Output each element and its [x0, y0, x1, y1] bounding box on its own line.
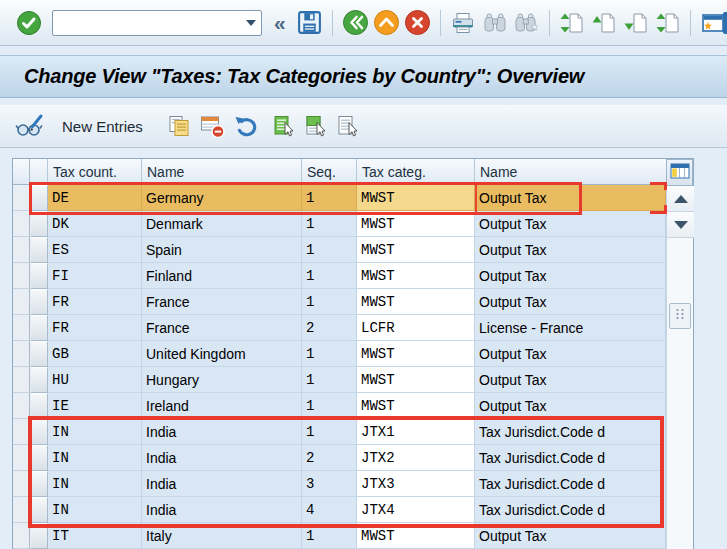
collapse-icon[interactable]: «: [274, 13, 286, 33]
cell-sequence: 1: [302, 237, 357, 263]
cell-tax-category-input[interactable]: MWST: [357, 263, 475, 289]
cell-sequence: 2: [302, 445, 357, 471]
cell-tax-category-input[interactable]: MWST: [357, 237, 475, 263]
margin-cell: [13, 445, 30, 471]
new-session-icon[interactable]: [700, 10, 726, 36]
cell-tax-category-input[interactable]: JTX1: [357, 419, 475, 445]
table-row: GBUnited Kingdom1MWSTOutput Tax: [30, 341, 666, 367]
cell-category-name: Output Tax: [475, 367, 666, 393]
cell-tax-category-input[interactable]: MWST: [357, 211, 475, 237]
row-selector-button[interactable]: [30, 237, 48, 263]
cell-category-name: Output Tax: [475, 263, 666, 289]
cell-tax-category-input[interactable]: JTX2: [357, 445, 475, 471]
cell-country-name: Germany: [142, 185, 302, 211]
deselect-all-icon[interactable]: [335, 114, 359, 138]
row-selector-button[interactable]: [30, 445, 48, 471]
table-row: INIndia2JTX2Tax Jurisdict.Code d: [30, 445, 666, 471]
cell-tax-country: IN: [48, 497, 142, 523]
scrollbar-up-button[interactable]: [667, 186, 694, 212]
select-all-rows-header[interactable]: [30, 159, 48, 184]
cell-tax-category-input[interactable]: MWST: [357, 185, 475, 211]
cell-category-name: License - France: [475, 315, 666, 341]
cell-tax-category-input[interactable]: MWST: [357, 393, 475, 419]
cell-tax-category-input[interactable]: LCFR: [357, 315, 475, 341]
copy-icon[interactable]: [167, 114, 191, 138]
row-selector-button[interactable]: [30, 419, 48, 445]
undo-icon[interactable]: [233, 113, 259, 139]
print-icon[interactable]: [450, 10, 476, 36]
cell-tax-category-input[interactable]: MWST: [357, 289, 475, 315]
exit-icon[interactable]: [373, 9, 400, 36]
margin-cell: [13, 289, 30, 315]
row-selector-button[interactable]: [30, 497, 48, 523]
cell-category-name: Output Tax: [475, 211, 666, 237]
cell-tax-category-input[interactable]: JTX4: [357, 497, 475, 523]
save-icon[interactable]: [296, 9, 323, 36]
command-input[interactable]: [55, 12, 237, 34]
scroll-last-icon[interactable]: [655, 10, 681, 36]
row-selector-button[interactable]: [30, 341, 48, 367]
cell-tax-country: FI: [48, 263, 142, 289]
cell-category-name: Output Tax: [475, 185, 666, 211]
cell-tax-category-input[interactable]: MWST: [357, 367, 475, 393]
row-selector-button[interactable]: [30, 523, 48, 549]
command-field-dropdown-icon[interactable]: [246, 20, 256, 26]
cell-category-name: Output Tax: [475, 341, 666, 367]
scroll-first-icon[interactable]: [559, 10, 585, 36]
margin-cell: [13, 211, 30, 237]
cell-tax-category-input[interactable]: JTX3: [357, 471, 475, 497]
row-selector-button[interactable]: [30, 211, 48, 237]
margin-cell: [13, 393, 30, 419]
cell-sequence: 4: [302, 497, 357, 523]
cell-category-name: Tax Jurisdict.Code d: [475, 471, 666, 497]
column-header-seq: Seq.: [302, 159, 357, 184]
table-row: INIndia4JTX4Tax Jurisdict.Code d: [30, 497, 666, 523]
table-row: FRFrance2LCFRLicense - France: [30, 315, 666, 341]
select-all-icon[interactable]: [271, 114, 295, 138]
table-row: HUHungary1MWSTOutput Tax: [30, 367, 666, 393]
cell-tax-country: DK: [48, 211, 142, 237]
margin-cell: [13, 263, 30, 289]
find-icon[interactable]: [482, 10, 508, 36]
new-entries-button[interactable]: New Entries: [58, 116, 147, 137]
toolbar-separator: [440, 10, 441, 36]
margin-cell: [13, 237, 30, 263]
vertical-scrollbar[interactable]: [666, 186, 693, 549]
scrollbar-down-button[interactable]: [667, 212, 694, 238]
cell-tax-category-input[interactable]: MWST: [357, 523, 475, 549]
row-selector-button[interactable]: [30, 263, 48, 289]
margin-cell: [13, 419, 30, 445]
row-selector-button[interactable]: [30, 367, 48, 393]
scroll-next-icon[interactable]: [623, 10, 649, 36]
cell-country-name: India: [142, 471, 302, 497]
cell-country-name: India: [142, 419, 302, 445]
row-selector-button[interactable]: [30, 289, 48, 315]
enter-icon[interactable]: [16, 10, 42, 36]
cell-tax-country: IN: [48, 445, 142, 471]
find-next-icon[interactable]: [514, 10, 540, 36]
chevron-up-icon: [674, 195, 688, 203]
cell-tax-category-input[interactable]: MWST: [357, 341, 475, 367]
table-configuration-button[interactable]: [666, 159, 693, 186]
cell-tax-country: IN: [48, 471, 142, 497]
scroll-prev-icon[interactable]: [591, 10, 617, 36]
table-configuration-icon: [670, 163, 690, 183]
display-change-icon[interactable]: [14, 113, 44, 139]
cancel-icon[interactable]: [404, 9, 431, 36]
select-block-icon[interactable]: [303, 114, 327, 138]
row-selector-button[interactable]: [30, 393, 48, 419]
back-icon[interactable]: [342, 9, 369, 36]
cell-country-name: France: [142, 289, 302, 315]
column-header-category-name: Name: [475, 159, 666, 184]
table-row: INIndia3JTX3Tax Jurisdict.Code d: [30, 471, 666, 497]
scrollbar-thumb[interactable]: [669, 303, 691, 329]
cell-category-name: Tax Jurisdict.Code d: [475, 497, 666, 523]
command-field[interactable]: [52, 10, 262, 36]
table-row: DKDenmark1MWSTOutput Tax: [30, 211, 666, 237]
table-body: DEGermany1MWSTOutput TaxDKDenmark1MWSTOu…: [30, 185, 666, 549]
delete-row-icon[interactable]: [199, 113, 225, 139]
row-selector-button[interactable]: [30, 315, 48, 341]
cell-sequence: 1: [302, 393, 357, 419]
row-selector-button[interactable]: [30, 471, 48, 497]
row-selector-button[interactable]: [30, 185, 48, 211]
